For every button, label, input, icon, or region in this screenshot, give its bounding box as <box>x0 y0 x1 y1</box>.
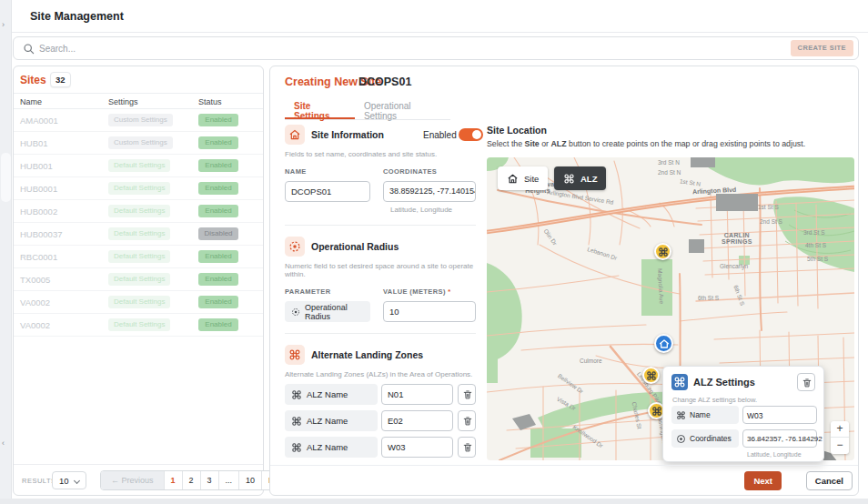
popup-coordinates-field[interactable]: 36.842357, -76.184292 <box>742 429 817 448</box>
editor-tabs: Site Settings Operational Settings <box>285 99 450 120</box>
map-alz-button[interactable]: ALZ <box>554 166 606 190</box>
alz-name-chip: ALZ Name <box>285 384 378 405</box>
operational-radius-description: Numeric field to set desired space aroun… <box>285 262 476 278</box>
alz-rows: ALZ NameN01ALZ NameE02ALZ NameW03 <box>285 384 476 458</box>
search-placeholder: Search... <box>39 44 76 54</box>
enabled-toggle[interactable] <box>459 128 483 141</box>
table-row[interactable]: HUB001Default SettingsEnabled <box>14 155 263 177</box>
alz-row-label: ALZ Name <box>307 389 348 399</box>
chevron-left-icon[interactable]: ‹ <box>2 438 5 448</box>
search-icon <box>23 43 35 55</box>
alz-name-chip: ALZ Name <box>285 410 378 431</box>
site-information-title: Site Information <box>311 129 384 140</box>
trash-icon <box>462 442 473 453</box>
settings-chip: Default Settings <box>108 182 170 195</box>
site-information-description: Fields to set name, coordinates and site… <box>285 150 476 158</box>
delete-alz-button[interactable] <box>458 437 476 458</box>
page-button[interactable]: 10 <box>238 471 261 489</box>
sites-title: Sites <box>20 74 46 86</box>
table-row[interactable]: RBC0001Default SettingsEnabled <box>14 246 263 268</box>
popup-name-chip: Name <box>671 406 739 424</box>
settings-chip: Default Settings <box>108 205 170 217</box>
table-row[interactable]: HUB0001Default SettingsEnabled <box>14 177 263 200</box>
map[interactable]: 3rd St N2nd St N1st St NArlington BlvdLe… <box>487 157 854 460</box>
street-label: 2nd St N <box>658 169 681 176</box>
table-row[interactable]: AMA0001Custom SettingsEnabled <box>14 109 263 132</box>
site-name-field[interactable]: DCOPS01 <box>285 181 370 202</box>
previous-page-button[interactable]: ← Previous <box>101 471 164 489</box>
street-label: 5th St S <box>807 256 828 262</box>
pin-icon <box>676 434 686 444</box>
delete-alz-button[interactable] <box>458 410 476 431</box>
create-site-button[interactable]: CREATE SITE <box>791 40 853 56</box>
alz-marker-n01[interactable] <box>654 243 671 260</box>
zoom-out-button[interactable]: − <box>831 438 849 454</box>
alz-marker-e02[interactable] <box>642 367 660 384</box>
radius-icon <box>291 307 300 318</box>
sidebar-handle[interactable] <box>1 153 11 202</box>
results-label: RESULTS <box>22 477 56 485</box>
chevron-right-icon[interactable]: › <box>2 20 5 29</box>
map-site-button[interactable]: Site <box>498 166 548 190</box>
trash-icon <box>462 389 473 400</box>
delete-alz-button[interactable] <box>458 384 476 405</box>
settings-chip: Default Settings <box>108 296 170 308</box>
delete-alz-button[interactable] <box>797 373 815 391</box>
column-header-name: Name <box>20 97 42 106</box>
table-row[interactable]: HUB01Custom SettingsEnabled <box>14 132 263 155</box>
next-button[interactable]: Next <box>744 471 782 490</box>
table-row[interactable]: TX0005Default SettingsEnabled <box>14 268 263 291</box>
alz-name-field[interactable]: E02 <box>381 410 453 431</box>
street-label: Glencarlyn <box>720 263 748 269</box>
table-row[interactable]: HUB00037Default SettingsDisabled <box>14 223 263 246</box>
zoom-in-button[interactable]: + <box>831 421 849 438</box>
alz-icon <box>285 345 305 365</box>
cancel-button[interactable]: Cancel <box>806 471 853 490</box>
results-per-page-select[interactable]: 10 <box>52 471 86 489</box>
sites-count-badge: 32 <box>50 72 71 87</box>
chevron-down-icon <box>74 478 80 484</box>
alz-row-label: ALZ Name <box>307 416 348 426</box>
page-button[interactable]: 2 <box>182 471 200 489</box>
page-button[interactable]: ... <box>218 471 239 489</box>
operational-radius-inputs: Operational Radius 10 <box>285 301 476 322</box>
status-badge: Enabled <box>198 182 238 195</box>
site-settings-form: Site Information Enabled Fields to set n… <box>285 125 476 458</box>
site-icon <box>658 338 671 350</box>
alz-name-field[interactable]: N01 <box>381 384 453 405</box>
page-button[interactable]: 1 <box>164 471 182 489</box>
settings-chip: Default Settings <box>108 159 170 172</box>
site-marker[interactable] <box>654 334 673 353</box>
settings-chip: Default Settings <box>108 250 170 263</box>
results-per-page-value: 10 <box>59 476 69 486</box>
home-icon <box>507 173 519 185</box>
tab-operational-settings[interactable]: Operational Settings <box>355 99 450 119</box>
map-zoom-control: + − <box>831 421 849 454</box>
table-row[interactable]: HUB0002Default SettingsEnabled <box>14 200 263 223</box>
coordinates-label: COORDINATES <box>383 167 437 176</box>
alz-row: ALZ NameW03 <box>285 437 476 458</box>
coordinates-hint: Latitude, Longitude <box>390 206 476 214</box>
table-row[interactable]: VA0002Default SettingsEnabled <box>14 291 263 314</box>
tab-site-settings[interactable]: Site Settings <box>285 99 355 119</box>
popup-title: ALZ Settings <box>693 377 755 388</box>
popup-name-field[interactable]: W03 <box>742 406 817 424</box>
sites-panel: Sites 32 Name Settings Status AMA0001Cus… <box>13 66 264 496</box>
radius-value-field[interactable]: 10 <box>383 301 476 322</box>
parameter-label: PARAMETER <box>285 287 331 296</box>
sites-table-header: Name Settings Status <box>14 94 263 109</box>
site-coordinates-field[interactable]: 38.8592125, -77.140154 <box>383 181 476 202</box>
alz-row: ALZ NameN01 <box>285 384 476 405</box>
search-input[interactable]: Search... CREATE SITE <box>13 36 859 60</box>
alz-icon <box>671 374 688 390</box>
table-row[interactable]: VA0002Default SettingsEnabled <box>14 314 263 337</box>
alz-name-field[interactable]: W03 <box>381 437 453 458</box>
collapsed-sidebar[interactable]: › ‹ <box>0 0 12 504</box>
page-button[interactable]: 3 <box>200 471 218 489</box>
alz-icon <box>651 406 662 417</box>
enabled-label: Enabled <box>423 130 457 140</box>
site-name-cell: HUB01 <box>20 138 48 148</box>
street-label: 1st St S <box>758 204 779 210</box>
settings-chip: Custom Settings <box>108 136 173 149</box>
value-meters-label: VALUE (METERS) <box>383 287 446 296</box>
